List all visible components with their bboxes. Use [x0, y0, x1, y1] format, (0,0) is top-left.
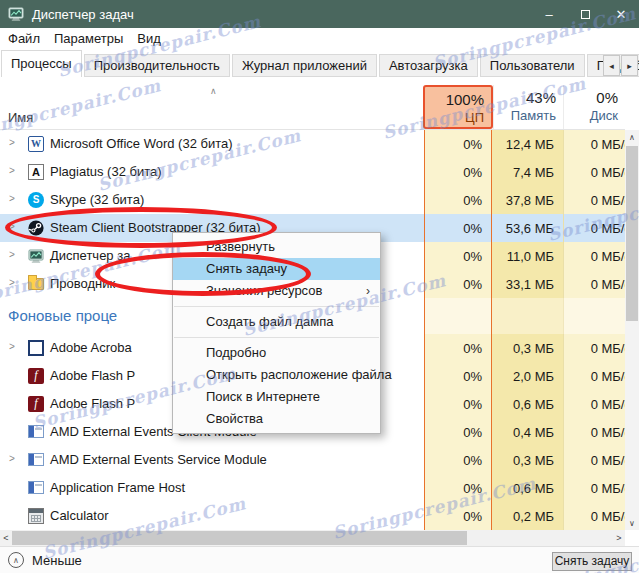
memory-column-band — [492, 298, 563, 334]
table-row[interactable]: Calculator 0% 0,2 МБ 0 МБ/с — [0, 502, 625, 530]
cpu-total-usage: 100% — [425, 90, 484, 109]
tab-scroll-right-icon[interactable]: ▸ — [621, 55, 638, 76]
expand-chevron-icon[interactable]: > — [9, 453, 15, 464]
scroll-right-icon[interactable]: > — [613, 530, 625, 546]
task-manager-app-icon — [8, 6, 24, 22]
menu-item-resource-values[interactable]: Значения ресурсов › — [173, 280, 380, 302]
scroll-up-icon[interactable]: ∧ — [625, 130, 639, 144]
cpu-value: 0% — [424, 214, 492, 242]
menu-view[interactable]: Вид — [137, 31, 161, 46]
horizontal-scrollbar[interactable]: < > — [0, 530, 625, 546]
close-button[interactable]: ✕ — [603, 0, 639, 28]
disk-value: 0 МБ/с — [563, 390, 625, 418]
menu-item-search-online[interactable]: Поиск в Интернете — [173, 386, 380, 408]
cpu-value: 0% — [424, 418, 492, 446]
maximize-button[interactable] — [567, 0, 603, 28]
menu-options[interactable]: Параметры — [54, 31, 123, 46]
tab-processes[interactable]: Процессы — [1, 50, 82, 77]
memory-value: 0,3 МБ — [492, 446, 563, 474]
tab-performance[interactable]: Производительность — [84, 54, 230, 77]
memory-value: 0,6 МБ — [492, 390, 563, 418]
disk-value: 0 МБ/с — [563, 130, 625, 158]
scroll-down-icon[interactable]: ∨ — [625, 516, 639, 530]
fewer-details-toggle[interactable]: ∧ Меньше — [8, 552, 82, 568]
disk-value: 0 МБ/с — [563, 362, 625, 390]
disk-value: 0 МБ/с — [563, 446, 625, 474]
tab-startup[interactable]: Автозагрузка — [379, 54, 478, 77]
submenu-arrow-icon: › — [366, 280, 370, 302]
table-row[interactable]: > S Skype (32 бита) 0% 37,8 МБ 0 МБ/с — [0, 186, 625, 214]
expand-chevron-icon[interactable]: > — [9, 277, 15, 288]
flash-icon: f — [28, 368, 44, 384]
menu-item-end-task[interactable]: Снять задачу — [173, 258, 380, 280]
memory-total-usage: 43% — [494, 88, 556, 107]
menu-item-properties[interactable]: Свойства — [173, 408, 380, 430]
tab-users[interactable]: Пользователи — [480, 54, 585, 77]
disk-value: 0 МБ/с — [563, 502, 625, 530]
disk-value: 0 МБ/с — [563, 418, 625, 446]
column-header-memory[interactable]: 43% Память — [493, 85, 563, 129]
disk-column-label: Диск — [564, 107, 618, 124]
minimize-button[interactable]: – — [531, 0, 567, 28]
footer-bar: ∧ Меньше Снять задачу — [0, 546, 639, 573]
tab-scroll-left-icon[interactable]: ◂ — [603, 55, 620, 76]
fewer-details-label: Меньше — [32, 553, 82, 568]
expand-chevron-icon[interactable]: > — [9, 341, 15, 352]
task-manager-icon — [28, 248, 44, 264]
chevron-up-circle-icon: ∧ — [8, 552, 24, 568]
process-name: Adobe Acroba — [50, 340, 132, 355]
process-name: Microsoft Office Word (32 бита) — [50, 136, 233, 151]
table-row[interactable]: > A Plagiatus (32 бита) 0% 7,4 МБ 0 МБ/с — [0, 158, 625, 186]
process-name: Adobe Flash P — [50, 396, 135, 411]
table-row[interactable]: > AMD External Events Service Module 0% … — [0, 446, 625, 474]
table-row[interactable]: > W Microsoft Office Word (32 бита) 0% 1… — [0, 130, 625, 158]
vertical-scrollbar[interactable]: ∧ ∨ — [625, 130, 639, 530]
scroll-left-icon[interactable]: < — [0, 530, 12, 546]
memory-value: 2,0 МБ — [492, 362, 563, 390]
cpu-value: 0% — [424, 186, 492, 214]
menu-file[interactable]: Файл — [8, 31, 40, 46]
menu-separator — [174, 306, 379, 307]
menu-item-open-file-location[interactable]: Открыть расположение файла — [173, 364, 380, 386]
context-menu: Развернуть Снять задачу Значения ресурсо… — [172, 232, 381, 434]
tab-app-history[interactable]: Журнал приложений — [232, 54, 377, 77]
horizontal-scrollbar-thumb[interactable] — [12, 531, 467, 545]
menu-item-expand[interactable]: Развернуть — [173, 236, 380, 258]
cpu-value: 0% — [424, 242, 492, 270]
disk-value: 0 МБ/с — [563, 186, 625, 214]
window-icon — [28, 481, 44, 494]
cpu-value: 0% — [424, 474, 492, 502]
memory-value: 0,2 МБ — [492, 502, 563, 530]
column-header-cpu[interactable]: 100% ЦП — [423, 85, 493, 129]
cpu-value: 0% — [424, 390, 492, 418]
disk-value: 0 МБ/с — [563, 214, 625, 242]
plagiatus-icon: A — [28, 164, 44, 180]
cpu-column-band — [424, 298, 492, 334]
calculator-icon — [28, 508, 44, 524]
disk-value: 0 МБ/с — [563, 242, 625, 270]
memory-value: 0,3 МБ — [492, 334, 563, 362]
memory-value: 37,8 МБ — [492, 186, 563, 214]
cpu-value: 0% — [424, 362, 492, 390]
disk-value: 0 МБ/с — [563, 158, 625, 186]
expand-chevron-icon[interactable]: > — [9, 193, 15, 204]
memory-value: 11,0 МБ — [492, 242, 563, 270]
expand-chevron-icon[interactable]: > — [9, 221, 15, 232]
table-row[interactable]: Application Frame Host 0% 0,6 МБ 0 МБ/с — [0, 474, 625, 502]
memory-value: 12,4 МБ — [492, 130, 563, 158]
end-task-button[interactable]: Снять задачу — [552, 552, 632, 571]
vertical-scrollbar-thumb[interactable] — [626, 146, 638, 321]
expand-chevron-icon[interactable]: > — [9, 137, 15, 148]
process-name: Skype (32 бита) — [50, 192, 144, 207]
process-name: Application Frame Host — [50, 480, 185, 495]
expand-chevron-icon[interactable]: > — [9, 249, 15, 260]
memory-value: 33,1 МБ — [492, 270, 563, 298]
cpu-value: 0% — [424, 158, 492, 186]
cpu-value: 0% — [424, 334, 492, 362]
menu-item-details[interactable]: Подробно — [173, 342, 380, 364]
expand-chevron-icon[interactable]: > — [9, 165, 15, 176]
column-header-name[interactable]: Имя — [8, 110, 33, 125]
process-name: Adobe Flash P — [50, 368, 135, 383]
menu-item-create-dump[interactable]: Создать файл дампа — [173, 311, 380, 333]
column-header-disk[interactable]: 0% Диск — [563, 85, 625, 129]
